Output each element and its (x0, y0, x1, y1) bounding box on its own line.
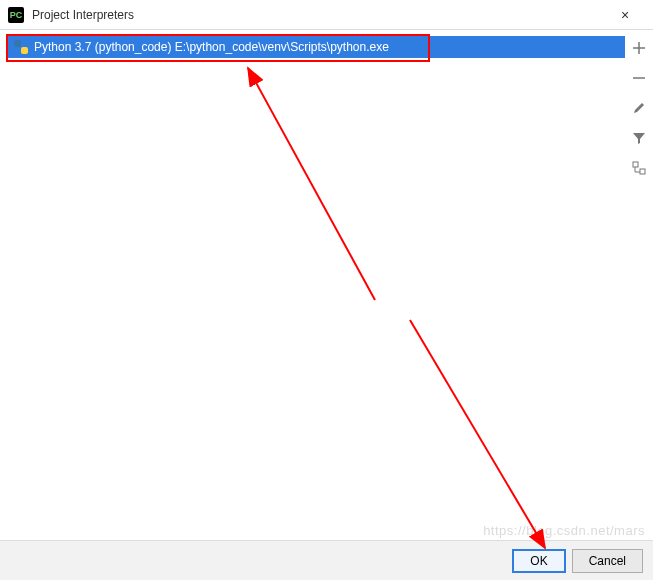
remove-button[interactable] (629, 68, 649, 88)
close-button[interactable]: × (605, 0, 645, 30)
pencil-icon (632, 101, 646, 115)
minus-icon (632, 71, 646, 85)
titlebar: PC Project Interpreters × (0, 0, 653, 30)
interpreter-row-selected[interactable]: Python 3.7 (python_code) E:\python_code\… (8, 36, 625, 58)
tree-icon (632, 161, 646, 175)
filter-button[interactable] (629, 128, 649, 148)
window-title: Project Interpreters (32, 8, 605, 22)
interpreter-label: Python 3.7 (python_code) E:\python_code\… (34, 40, 389, 54)
interpreter-list: Python 3.7 (python_code) E:\python_code\… (0, 30, 625, 540)
watermark-text: https://blog.csdn.net/mars (483, 523, 645, 538)
plus-icon (632, 41, 646, 55)
dialog-footer: OK Cancel (0, 540, 653, 580)
side-toolbar (625, 30, 653, 540)
pycharm-app-icon: PC (8, 7, 24, 23)
cancel-button[interactable]: Cancel (572, 549, 643, 573)
edit-button[interactable] (629, 98, 649, 118)
python-icon (14, 40, 28, 54)
funnel-icon (632, 131, 646, 145)
svg-rect-1 (640, 169, 645, 174)
tree-button[interactable] (629, 158, 649, 178)
dialog-content: Python 3.7 (python_code) E:\python_code\… (0, 30, 653, 540)
add-button[interactable] (629, 38, 649, 58)
svg-rect-0 (633, 162, 638, 167)
ok-button[interactable]: OK (512, 549, 565, 573)
